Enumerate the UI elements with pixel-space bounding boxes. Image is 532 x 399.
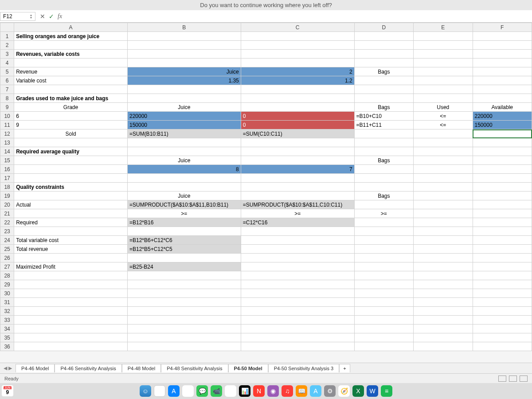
sheet-tab[interactable]: P4-50 Model bbox=[228, 364, 268, 372]
launchpad-icon[interactable]: ⊞ bbox=[154, 385, 165, 397]
cell[interactable] bbox=[473, 289, 532, 298]
settings-icon[interactable]: ⚙ bbox=[324, 385, 336, 397]
cell[interactable] bbox=[473, 218, 532, 227]
cell[interactable] bbox=[241, 316, 354, 325]
row-header[interactable]: 33 bbox=[0, 316, 14, 325]
add-sheet-button[interactable]: + bbox=[339, 364, 350, 372]
cell[interactable] bbox=[354, 298, 413, 307]
cell[interactable] bbox=[127, 289, 241, 298]
cell[interactable] bbox=[127, 59, 241, 67]
cell[interactable] bbox=[473, 138, 532, 147]
row-header[interactable]: 2 bbox=[0, 41, 14, 50]
cell[interactable] bbox=[241, 342, 354, 351]
cell[interactable] bbox=[354, 85, 413, 94]
cell[interactable]: Selling oranges and orange juice bbox=[14, 32, 128, 41]
cell[interactable] bbox=[354, 245, 413, 254]
table-row[interactable]: 32 bbox=[0, 307, 532, 316]
table-row[interactable]: 4 bbox=[0, 59, 532, 67]
cell[interactable]: Sold bbox=[14, 129, 128, 138]
table-row[interactable]: 1191500000=B11+C11<=150000 bbox=[0, 121, 532, 129]
cell[interactable] bbox=[473, 280, 532, 289]
cell[interactable] bbox=[414, 316, 473, 325]
table-row[interactable]: 35 bbox=[0, 333, 532, 342]
cell[interactable]: =B25-B24 bbox=[127, 262, 241, 271]
cell[interactable] bbox=[14, 316, 128, 325]
table-row[interactable]: 33 bbox=[0, 316, 532, 325]
cell[interactable]: Required average quality bbox=[14, 147, 128, 156]
row-header[interactable]: 13 bbox=[0, 138, 14, 147]
cell[interactable]: 1.2 bbox=[241, 76, 354, 85]
cell[interactable] bbox=[14, 325, 128, 333]
row-header[interactable]: 30 bbox=[0, 289, 14, 298]
table-row[interactable]: 25Total revenue=B12*B5+C12*C5 bbox=[0, 245, 532, 254]
cell[interactable] bbox=[241, 245, 354, 254]
resume-banner[interactable]: Do you want to continue working where yo… bbox=[0, 0, 532, 10]
cell[interactable] bbox=[354, 280, 413, 289]
cell[interactable]: =B12*B16 bbox=[127, 218, 241, 227]
cell[interactable]: Juice bbox=[127, 67, 241, 76]
cell[interactable] bbox=[473, 41, 532, 50]
table-row[interactable]: 36 bbox=[0, 342, 532, 351]
row-header[interactable]: 32 bbox=[0, 307, 14, 316]
cell[interactable]: Juice bbox=[127, 103, 241, 112]
row-header[interactable]: 27 bbox=[0, 262, 14, 271]
cell[interactable] bbox=[14, 298, 128, 307]
fx-icon[interactable]: fx bbox=[58, 13, 62, 20]
cell[interactable] bbox=[473, 236, 532, 245]
cell[interactable] bbox=[354, 333, 413, 342]
finder-icon[interactable]: ☺ bbox=[140, 385, 151, 397]
view-switcher[interactable] bbox=[498, 376, 528, 382]
row-header[interactable]: 25 bbox=[0, 245, 14, 254]
cell[interactable] bbox=[241, 50, 354, 59]
cell[interactable] bbox=[241, 280, 354, 289]
cell[interactable] bbox=[354, 165, 413, 174]
cell[interactable] bbox=[354, 218, 413, 227]
cell[interactable] bbox=[241, 325, 354, 333]
cell[interactable] bbox=[354, 262, 413, 271]
table-row[interactable]: 23 bbox=[0, 227, 532, 236]
table-row[interactable]: 18Quality constraints bbox=[0, 183, 532, 192]
row-header[interactable]: 16 bbox=[0, 165, 14, 174]
cell[interactable] bbox=[414, 262, 473, 271]
table-row[interactable]: 26 bbox=[0, 254, 532, 262]
cell[interactable] bbox=[127, 85, 241, 94]
cell[interactable] bbox=[414, 200, 473, 209]
page-layout-view-icon[interactable] bbox=[509, 376, 517, 382]
cell[interactable] bbox=[354, 129, 413, 138]
cell[interactable]: Required bbox=[14, 218, 128, 227]
row-header[interactable]: 23 bbox=[0, 227, 14, 236]
row-header[interactable]: 6 bbox=[0, 76, 14, 85]
cell[interactable]: =B12*B5+C12*C5 bbox=[127, 245, 241, 254]
cell[interactable]: =B11+C11 bbox=[354, 121, 413, 129]
cell[interactable] bbox=[414, 289, 473, 298]
cell[interactable] bbox=[414, 307, 473, 316]
row-header[interactable]: 12 bbox=[0, 129, 14, 138]
cell[interactable] bbox=[241, 254, 354, 262]
cell[interactable]: Quality constraints bbox=[14, 183, 128, 192]
cell[interactable] bbox=[14, 174, 128, 183]
cell[interactable] bbox=[14, 342, 128, 351]
col-header[interactable]: B bbox=[127, 23, 241, 32]
sheet-tab[interactable]: P4-46 Model bbox=[16, 364, 55, 372]
table-row[interactable]: 30 bbox=[0, 289, 532, 298]
col-header[interactable]: A bbox=[14, 23, 128, 32]
cell[interactable] bbox=[127, 183, 241, 192]
cell[interactable] bbox=[354, 254, 413, 262]
page-break-view-icon[interactable] bbox=[520, 376, 528, 382]
cell[interactable]: Juice bbox=[127, 192, 241, 200]
books-icon[interactable]: 📖 bbox=[296, 385, 307, 397]
cell[interactable] bbox=[473, 227, 532, 236]
cell[interactable] bbox=[473, 174, 532, 183]
sheet-tab[interactable]: P4-48 Model bbox=[122, 364, 161, 372]
table-row[interactable]: 14Required average quality bbox=[0, 147, 532, 156]
cell[interactable] bbox=[414, 156, 473, 165]
cell[interactable] bbox=[354, 227, 413, 236]
cell[interactable]: Actual bbox=[14, 200, 128, 209]
cell[interactable]: 7 bbox=[241, 165, 354, 174]
cell[interactable] bbox=[14, 271, 128, 280]
cell[interactable] bbox=[473, 298, 532, 307]
cell[interactable] bbox=[354, 138, 413, 147]
table-row[interactable]: 1062200000=B10+C10<=220000 bbox=[0, 112, 532, 121]
cell[interactable] bbox=[414, 342, 473, 351]
cell[interactable] bbox=[127, 50, 241, 59]
